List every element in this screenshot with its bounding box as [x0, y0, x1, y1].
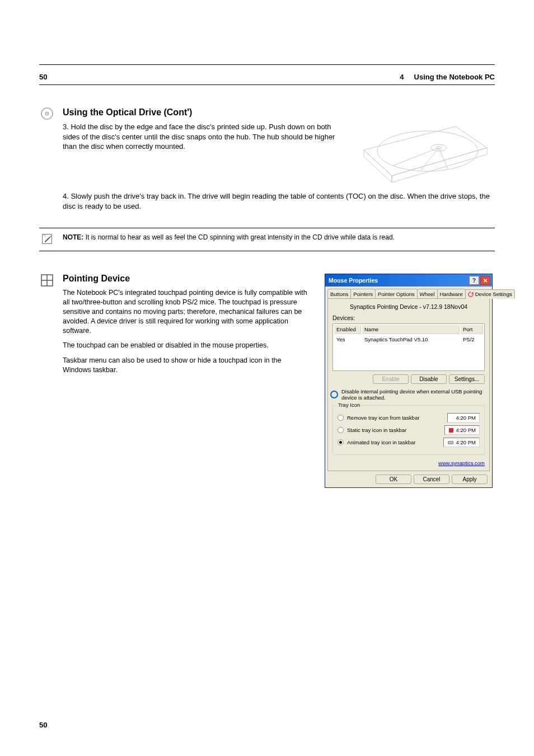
disc-tray-illustration — [360, 181, 489, 191]
svg-rect-12 — [43, 234, 52, 244]
driver-version-label: Synaptics Pointing Device - v7.12.9 18No… — [332, 303, 485, 310]
tray-preview-animated: 4:20 PM — [443, 438, 480, 447]
tab-pointers[interactable]: Pointers — [350, 289, 376, 298]
cancel-button[interactable]: Cancel — [414, 475, 449, 484]
cell-name: Synaptics TouchPad V5.10 — [362, 335, 460, 344]
optical-step-3: 3. Hold the disc by the edge and face th… — [63, 122, 349, 152]
note-label: NOTE: — [63, 233, 83, 241]
svg-point-2 — [46, 113, 48, 114]
chapter-number: 4 — [400, 73, 404, 81]
synaptics-link[interactable]: www.synaptics.com — [438, 460, 485, 466]
tray-preview-remove: 4:20 PM — [447, 413, 480, 422]
tray-preview-static: 4:20 PM — [444, 425, 480, 435]
settings-button[interactable]: Settings... — [449, 374, 485, 384]
tray-icon-legend: Tray Icon — [336, 402, 362, 408]
page-number-top: 50 — [39, 73, 47, 81]
touchpad-heading: Pointing Device — [63, 274, 311, 284]
apply-button[interactable]: Apply — [452, 475, 488, 484]
touchpad-p2: The touchpad can be enabled or disabled … — [63, 341, 311, 350]
mouse-properties-dialog: Mouse Properties ? ✕ Buttons Pointers Po… — [325, 274, 493, 488]
note-icon — [41, 233, 53, 247]
disable-internal-text: Disable internal pointing device when ex… — [341, 388, 483, 401]
cell-enabled: Yes — [334, 335, 361, 344]
radio-icon — [338, 427, 344, 433]
cell-port: PS/2 — [461, 335, 483, 344]
note-bottom-rule — [39, 251, 495, 251]
optical-step-4: 4. Slowly push the drive's tray back in.… — [63, 191, 495, 211]
touchpad-p1: The Notebook PC's integrated touchpad po… — [63, 288, 311, 335]
static-tray-glyph-icon — [448, 428, 454, 433]
svg-rect-16 — [449, 428, 453, 433]
dialog-title-bar[interactable]: Mouse Properties ? ✕ — [325, 274, 492, 287]
devices-label: Devices: — [332, 314, 485, 321]
col-port[interactable]: Port — [461, 325, 483, 334]
radio-remove-tray[interactable]: Remove tray icon from taskbar 4:20 PM — [338, 413, 480, 422]
touchpad-icon — [40, 274, 54, 488]
tab-device-settings[interactable]: Device Settings — [465, 289, 515, 299]
disable-button[interactable]: Disable — [411, 374, 447, 384]
page-header: 50 4 Using the Notebook PC — [39, 73, 495, 81]
close-button[interactable]: ✕ — [480, 276, 490, 285]
svg-marker-5 — [392, 148, 487, 182]
radio-icon — [338, 415, 344, 421]
devices-table: Enabled Name Port Yes Synaptics TouchPad… — [332, 323, 485, 371]
optical-drive-heading: Using the Optical Drive (Cont') — [63, 107, 495, 118]
top-rule — [39, 64, 495, 65]
disable-internal-checkbox-row[interactable]: Disable internal pointing device when ex… — [332, 388, 485, 401]
animated-tray-glyph-icon — [447, 440, 454, 445]
radio-icon — [338, 439, 344, 445]
ok-button[interactable]: OK — [376, 475, 411, 484]
refresh-icon — [468, 292, 474, 297]
svg-marker-3 — [364, 126, 487, 176]
tab-buttons[interactable]: Buttons — [327, 289, 351, 298]
col-enabled[interactable]: Enabled — [334, 325, 361, 334]
touchpad-p3: Taskbar menu can also be used to show or… — [63, 356, 311, 375]
tray-icon-group: Tray Icon Remove tray icon from taskbar … — [332, 405, 485, 455]
note-text: It is normal to hear as well as feel the… — [86, 233, 395, 241]
svg-line-11 — [439, 148, 448, 169]
enable-button[interactable]: Enable — [373, 374, 409, 384]
callout-circle-icon — [330, 391, 338, 398]
tab-strip: Buttons Pointers Pointer Options Wheel H… — [327, 289, 490, 299]
svg-rect-18 — [448, 442, 453, 444]
tab-hardware[interactable]: Hardware — [437, 289, 466, 298]
note-top-rule — [39, 228, 495, 228]
radio-static-tray[interactable]: Static tray icon in taskbar 4:20 PM — [338, 425, 480, 435]
chapter-title: Using the Notebook PC — [414, 73, 495, 81]
col-name[interactable]: Name — [362, 325, 460, 334]
help-button[interactable]: ? — [469, 276, 479, 285]
disc-icon — [41, 107, 53, 217]
tab-pointer-options[interactable]: Pointer Options — [375, 289, 417, 298]
footer-page-number: 50 — [39, 721, 47, 729]
header-rule — [39, 84, 495, 85]
dialog-title-text: Mouse Properties — [329, 277, 468, 284]
tab-wheel[interactable]: Wheel — [417, 289, 438, 298]
radio-animated-tray[interactable]: Animated tray icon in taskbar 4:20 PM — [338, 438, 480, 447]
table-row[interactable]: Yes Synaptics TouchPad V5.10 PS/2 — [334, 335, 483, 344]
